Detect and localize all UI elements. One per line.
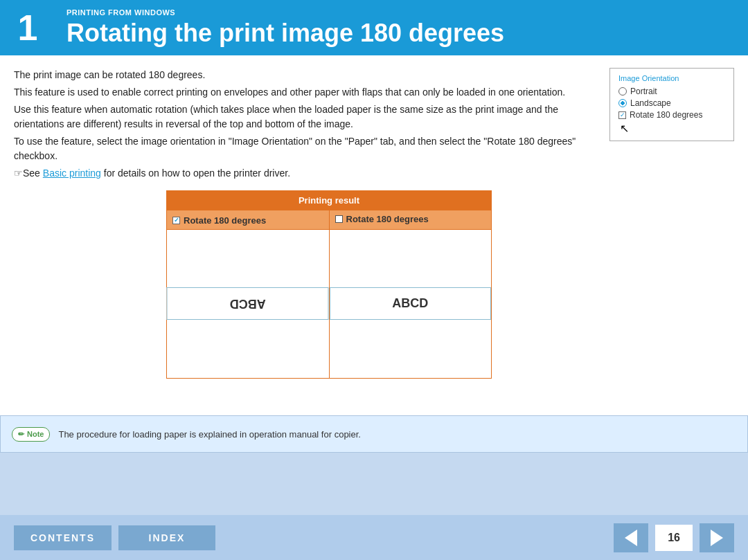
- image-orientation-panel: Image Orientation Portrait Landscape ✓ R…: [609, 68, 734, 141]
- rotate180-checkbox: ✓: [618, 111, 626, 119]
- col1-label: Rotate 180 degrees: [184, 215, 266, 226]
- col1-body: ABCD: [167, 229, 330, 378]
- col2-header: Rotate 180 degrees: [329, 210, 492, 230]
- pencil-icon: ✏: [18, 430, 24, 439]
- io-portrait: Portrait: [618, 87, 725, 96]
- col2-body: ABCD: [329, 229, 492, 378]
- col1-header: ✓ Rotate 180 degrees: [167, 210, 330, 230]
- index-button[interactable]: INDEX: [118, 525, 215, 550]
- page-number: 16: [655, 525, 693, 551]
- io-rotate180: ✓ Rotate 180 degrees: [618, 110, 725, 120]
- col2-checkbox: [335, 215, 343, 223]
- header-title: Rotating the print image 180 degrees: [66, 19, 737, 47]
- portrait-label: Portrait: [630, 87, 657, 96]
- print-table-container: Printing result ✓ Rotate 180 degrees Rot…: [166, 190, 492, 379]
- main-content: The print image can be rotated 180 degre…: [0, 55, 748, 415]
- col2-label: Rotate 180 degrees: [346, 214, 429, 224]
- paragraph-1: The print image can be rotated 180 degre…: [14, 68, 596, 82]
- landscape-radio: [618, 99, 627, 107]
- next-page-button[interactable]: [700, 523, 734, 552]
- portrait-radio: [618, 87, 627, 96]
- prev-arrow-icon: [625, 530, 637, 546]
- cursor-indicator: ↖: [620, 122, 725, 135]
- col1-checkbox: ✓: [172, 217, 180, 224]
- footer: CONTENTS INDEX 16: [0, 515, 748, 560]
- image-orientation-title: Image Orientation: [618, 74, 725, 82]
- printing-result-table: Printing result ✓ Rotate 180 degrees Rot…: [166, 190, 492, 379]
- chapter-number: 1: [0, 0, 55, 55]
- note-badge: ✏ Note: [12, 427, 50, 442]
- abcd-normal-box: ABCD: [330, 287, 492, 320]
- note-label: Note: [27, 430, 44, 438]
- contents-button[interactable]: CONTENTS: [14, 525, 112, 550]
- page-header: 1 PRINTING FROM WINDOWS Rotating the pri…: [0, 0, 748, 55]
- spacer: [0, 453, 748, 467]
- abcd-rotated-box: ABCD: [167, 287, 329, 320]
- io-landscape: Landscape: [618, 98, 725, 108]
- paragraph-3: Use this feature when automatic rotation…: [14, 102, 596, 132]
- note-box: ✏ Note The procedure for loading paper i…: [0, 415, 748, 453]
- table-header: Printing result: [167, 191, 492, 210]
- header-subtitle: PRINTING FROM WINDOWS: [66, 8, 737, 17]
- landscape-label: Landscape: [630, 98, 671, 108]
- paragraph-4: To use the feature, select the image ori…: [14, 134, 596, 163]
- header-text-block: PRINTING FROM WINDOWS Rotating the print…: [55, 3, 748, 53]
- see-link-paragraph: ☞See Basic printing for details on how t…: [14, 166, 596, 181]
- next-arrow-icon: [711, 530, 723, 546]
- content-body: The print image can be rotated 180 degre…: [14, 68, 596, 403]
- note-text: The procedure for loading paper is expla…: [58, 429, 361, 440]
- prev-page-button[interactable]: [614, 523, 648, 552]
- rotate180-label: Rotate 180 degrees: [630, 110, 702, 120]
- basic-printing-link[interactable]: Basic printing: [43, 168, 101, 179]
- see-text-post: for details on how to open the printer d…: [101, 168, 290, 179]
- see-text-pre: ☞See: [14, 168, 43, 179]
- paragraph-2: This feature is used to enable correct p…: [14, 85, 596, 100]
